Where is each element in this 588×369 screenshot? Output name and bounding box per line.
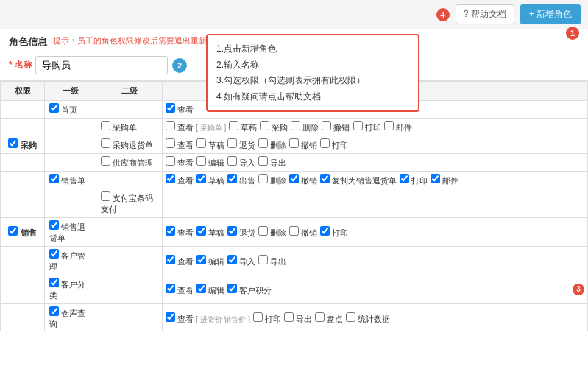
config-checkbox[interactable]	[227, 174, 237, 183]
config-checkbox[interactable]	[166, 255, 175, 264]
level1-col: 销售退货单	[45, 218, 96, 247]
level1-col	[45, 136, 96, 154]
perm-col	[1, 119, 45, 136]
config-checkbox[interactable]	[400, 174, 409, 183]
config-col: 查看 编辑 客户积分3	[163, 275, 588, 304]
config-checkbox[interactable]	[166, 174, 175, 183]
level2-checkbox[interactable]	[101, 138, 110, 148]
config-col: 查看 [ 采购单 ] 草稿 采购 删除 撤销 打印 邮件	[163, 119, 588, 136]
config-checkbox[interactable]	[166, 156, 175, 166]
config-checkbox[interactable]	[196, 255, 206, 264]
config-checkbox[interactable]	[258, 226, 268, 236]
perm-col: 采购	[1, 136, 45, 154]
perm-checkbox[interactable]	[8, 138, 18, 148]
level1-checkbox[interactable]	[49, 306, 59, 316]
config-checkbox[interactable]	[166, 312, 175, 322]
config-checkbox[interactable]	[227, 138, 237, 148]
config-checkbox[interactable]	[227, 255, 237, 264]
level2-col: 采购单	[96, 119, 163, 136]
config-checkbox[interactable]	[431, 174, 440, 183]
config-checkbox[interactable]	[258, 138, 268, 148]
table-row: 采购 采购退货单 查看 草稿 退货 删除 撤销 打印	[1, 136, 588, 154]
permissions-table: 权限 一级 二级 权限配置规则 首页 查看 采购单 查看 [ 采购单 ] 草稿 …	[0, 81, 588, 331]
config-col: 查看 草稿 出售 删除 撤销 复制为销售退货单 打印 邮件	[163, 172, 588, 189]
level2-col	[96, 247, 163, 275]
config-checkbox[interactable]	[320, 226, 330, 236]
level1-checkbox[interactable]	[49, 278, 59, 287]
config-checkbox[interactable]	[166, 103, 175, 113]
config-checkbox[interactable]	[196, 226, 206, 236]
header-level2: 二级	[96, 82, 163, 101]
config-checkbox[interactable]	[196, 138, 206, 148]
config-checkbox[interactable]	[227, 284, 237, 293]
config-checkbox[interactable]	[227, 226, 237, 236]
level2-checkbox[interactable]	[101, 191, 110, 201]
config-checkbox[interactable]	[384, 121, 394, 130]
perm-col	[1, 247, 45, 275]
config-checkbox[interactable]	[166, 284, 175, 293]
perm-col	[1, 304, 45, 332]
config-col: 查看 编辑 导入 导出	[163, 154, 588, 172]
config-checkbox[interactable]	[315, 312, 325, 322]
config-checkbox[interactable]	[196, 284, 206, 293]
name-label: * 名称	[9, 59, 32, 71]
perm-col	[1, 172, 45, 189]
table-row: 支付宝条码支付	[1, 189, 588, 218]
config-checkbox[interactable]	[166, 138, 175, 148]
config-checkbox[interactable]	[291, 121, 300, 130]
config-checkbox[interactable]	[353, 121, 363, 130]
config-checkbox[interactable]	[258, 174, 268, 183]
config-checkbox[interactable]	[196, 156, 206, 166]
config-checkbox[interactable]	[258, 255, 268, 264]
config-col: 查看 [ 进货价 销售价 ] 打印 导出 盘点 统计数据	[163, 304, 588, 332]
perm-col	[1, 189, 45, 218]
config-checkbox[interactable]	[227, 156, 237, 166]
level1-checkbox[interactable]	[49, 249, 59, 259]
config-checkbox[interactable]	[289, 226, 299, 236]
level2-checkbox[interactable]	[101, 156, 110, 166]
tooltip-line-3: 3.勾选权限（勾选则表示拥有此权限）	[216, 73, 409, 89]
config-checkbox[interactable]	[229, 121, 238, 130]
row-badge: 3	[573, 284, 584, 295]
level2-checkbox[interactable]	[101, 121, 110, 130]
perm-col: 销售	[1, 218, 45, 247]
tooltip-line-4: 4.如有疑问请点击帮助文档	[216, 89, 409, 105]
config-checkbox[interactable]	[166, 226, 175, 236]
help-button[interactable]: ? 帮助文档	[456, 4, 514, 24]
level1-col: 销售单	[45, 172, 96, 189]
level1-col	[45, 154, 96, 172]
config-col: 查看 草稿 退货 删除 撤销 打印	[163, 218, 588, 247]
level2-col	[96, 275, 163, 304]
perm-col	[1, 275, 45, 304]
config-checkbox[interactable]	[322, 121, 331, 130]
perm-col	[1, 101, 45, 119]
new-role-button[interactable]: + 新增角色	[520, 4, 581, 24]
level1-checkbox[interactable]	[49, 220, 59, 230]
config-checkbox[interactable]	[346, 312, 355, 322]
config-checkbox[interactable]	[320, 138, 330, 148]
config-checkbox[interactable]	[284, 312, 294, 322]
tooltip-line-2: 2.输入名称	[216, 57, 409, 74]
level2-col: 供应商管理	[96, 154, 163, 172]
table-row: 销售 销售退货单 查看 草稿 退货 删除 撤销 打印	[1, 218, 588, 247]
config-checkbox[interactable]	[166, 121, 175, 130]
config-checkbox[interactable]	[289, 174, 299, 183]
badge-4: 4	[436, 8, 450, 21]
config-checkbox[interactable]	[320, 174, 330, 183]
level2-col	[96, 304, 163, 332]
config-col	[163, 189, 588, 218]
name-input[interactable]	[35, 56, 168, 74]
config-col: 查看 编辑 导入 导出	[163, 247, 588, 275]
perm-col	[1, 154, 45, 172]
config-checkbox[interactable]	[289, 138, 299, 148]
table-row: 仓库查询 查看 [ 进货价 销售价 ] 打印 导出 盘点 统计数据	[1, 304, 588, 332]
level2-col	[96, 101, 163, 119]
config-checkbox[interactable]	[258, 156, 268, 166]
perm-checkbox[interactable]	[8, 226, 18, 236]
level1-checkbox[interactable]	[49, 174, 59, 183]
level1-checkbox[interactable]	[49, 103, 59, 113]
config-checkbox[interactable]	[253, 312, 263, 322]
config-checkbox[interactable]	[260, 121, 269, 130]
config-checkbox[interactable]	[196, 174, 206, 183]
table-row: 客户分类 查看 编辑 客户积分3	[1, 275, 588, 304]
